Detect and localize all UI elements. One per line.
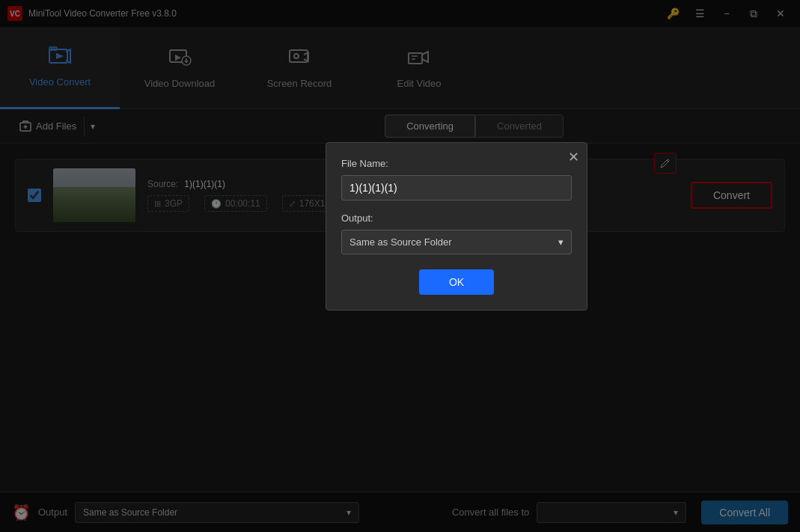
modal-output-label: Output:: [341, 213, 572, 224]
modal-ok-button[interactable]: OK: [419, 269, 494, 295]
modal-close-button[interactable]: ✕: [568, 149, 579, 165]
modal-file-name-label: File Name:: [341, 158, 572, 169]
dropdown-arrow-icon: ▾: [558, 236, 564, 248]
modal-dialog: ✕ File Name: Output: Same as Source Fold…: [326, 142, 587, 311]
file-name-input[interactable]: [341, 175, 572, 201]
modal-output-select[interactable]: Same as Source Folder ▾: [341, 230, 572, 254]
